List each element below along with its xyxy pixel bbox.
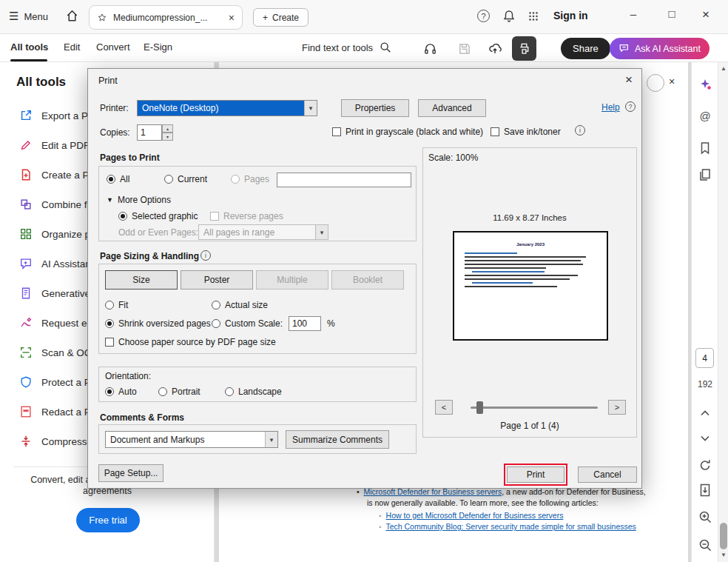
radio-current-page[interactable]: Current (164, 174, 207, 184)
find-close-icon[interactable]: × (669, 76, 675, 87)
custom-scale-input[interactable] (289, 316, 321, 331)
save-ink-checkbox[interactable]: Save ink/toner (491, 127, 561, 137)
generative-summary-icon (19, 287, 33, 300)
preview-slider-handle[interactable] (476, 401, 483, 414)
document-sub-link-2[interactable]: Tech Community Blog: Server security mad… (385, 522, 636, 531)
minimize-button[interactable]: – (623, 7, 644, 20)
help-question-icon[interactable]: ? (625, 101, 636, 112)
radio-selected-graphic[interactable]: Selected graphic (118, 211, 198, 221)
read-aloud-button[interactable] (419, 38, 441, 58)
notifications-bell-icon[interactable] (502, 9, 516, 24)
document-sub-link-1[interactable]: How to get Microsoft Defender for Busine… (386, 511, 564, 520)
radio-orientation-auto[interactable]: Auto (105, 387, 137, 397)
radio-custom-scale[interactable]: Custom Scale: (212, 318, 283, 329)
paper-source-checkbox[interactable]: Choose paper source by PDF page size (105, 337, 276, 347)
total-pages-label: 192 (692, 379, 718, 389)
tab-all-tools[interactable]: All tools (10, 41, 48, 53)
tab-convert[interactable]: Convert (96, 41, 130, 53)
help-link[interactable]: Help (601, 102, 620, 113)
create-tab-button[interactable]: + Create (253, 8, 309, 27)
pages-range-input[interactable] (277, 173, 411, 187)
free-trial-button[interactable]: Free trial (76, 508, 140, 532)
stepper-up-icon[interactable]: ▴ (162, 124, 173, 133)
combine-files-icon (19, 198, 33, 211)
radio-shrink-oversized[interactable]: Shrink oversized pages (105, 318, 211, 329)
orientation-title: Orientation: (105, 371, 151, 381)
odd-even-select[interactable]: All pages in range ▾ (198, 224, 328, 240)
radio-actual-size[interactable]: Actual size (212, 300, 268, 310)
vertical-scrollbar[interactable]: ▲ ▼ (718, 62, 728, 562)
radio-icon (118, 212, 127, 221)
dialog-close-icon[interactable]: × (625, 73, 633, 87)
preview-previous-icon[interactable]: < (435, 400, 453, 415)
radio-icon (158, 387, 167, 396)
zoom-out-icon[interactable] (698, 538, 712, 552)
radio-all-pages[interactable]: All (107, 174, 129, 184)
more-options-toggle[interactable]: ▼ More Options (107, 195, 171, 205)
export-pdf-icon (19, 109, 33, 122)
summarize-comments-button[interactable]: Summarize Comments (286, 430, 389, 449)
help-icon[interactable]: ? (477, 10, 490, 22)
share-button[interactable]: Share (561, 38, 610, 59)
current-page-input[interactable] (695, 348, 714, 368)
radio-pages-range[interactable]: Pages (231, 174, 269, 184)
copies-input[interactable] (137, 124, 162, 141)
tab-close-icon[interactable]: × (229, 12, 235, 24)
window-close-button[interactable]: × (695, 7, 716, 22)
preview-slider-track[interactable] (471, 407, 598, 409)
export-document-icon[interactable] (698, 483, 712, 498)
stepper-down-icon[interactable]: ▾ (162, 133, 173, 141)
info-icon[interactable]: i (200, 250, 211, 261)
radio-orientation-portrait[interactable]: Portrait (158, 387, 200, 397)
share-label: Share (573, 43, 599, 54)
page-setup-button[interactable]: Page Setup... (98, 464, 164, 482)
radio-orientation-landscape[interactable]: Landscape (225, 387, 282, 397)
booklet-button[interactable]: Booklet (331, 270, 404, 290)
rotate-refresh-icon[interactable] (698, 458, 712, 472)
home-button[interactable] (65, 9, 79, 23)
maximize-button[interactable]: □ (661, 7, 682, 20)
advanced-button[interactable]: Advanced (418, 99, 486, 117)
menu-button[interactable]: ☰ Menu (9, 10, 48, 23)
find-text-button[interactable]: Find text or tools (302, 41, 392, 54)
preview-next-icon[interactable]: > (608, 400, 626, 415)
printer-select[interactable]: OneNote (Desktop) ▾ (137, 100, 317, 116)
bookmarks-icon[interactable] (698, 141, 712, 155)
organize-pages-icon (19, 227, 33, 241)
poster-button[interactable]: Poster (181, 270, 253, 290)
app-switcher-icon[interactable] (527, 10, 540, 23)
preview-text-lines (465, 252, 596, 287)
tab-edit[interactable]: Edit (64, 41, 80, 53)
page-thumbnails-icon[interactable] (698, 167, 712, 182)
previous-page-chevron-up-icon[interactable] (698, 406, 712, 421)
size-button[interactable]: Size (105, 270, 178, 290)
scrollbar-thumb[interactable] (720, 523, 727, 549)
next-page-chevron-down-icon[interactable] (698, 431, 712, 446)
properties-button[interactable]: Properties (341, 99, 409, 117)
info-icon[interactable]: i (575, 125, 585, 136)
save-button[interactable] (453, 38, 475, 58)
print-button-toolbar[interactable] (512, 36, 536, 61)
grayscale-checkbox[interactable]: Print in grayscale (black and white) (332, 127, 483, 137)
star-icon[interactable] (97, 13, 107, 23)
checkbox-icon (332, 127, 341, 136)
scroll-down-icon[interactable]: ▼ (718, 552, 728, 558)
reverse-pages-checkbox[interactable]: Reverse pages (210, 211, 283, 221)
document-tab[interactable]: Mediumcompression_... × (89, 5, 243, 30)
sign-in-button[interactable]: Sign in (553, 10, 588, 21)
upload-cloud-button[interactable] (484, 38, 506, 58)
checkbox-icon (105, 338, 114, 347)
radio-icon (212, 301, 220, 310)
radio-fit[interactable]: Fit (105, 300, 128, 310)
mentions-at-icon[interactable]: @ (698, 110, 712, 124)
print-button[interactable]: Print (507, 466, 564, 483)
copies-stepper[interactable]: ▴ ▾ (162, 124, 173, 141)
multiple-button[interactable]: Multiple (256, 270, 328, 290)
cancel-button[interactable]: Cancel (578, 466, 637, 483)
ai-tools-icon[interactable] (698, 77, 712, 92)
scroll-up-icon[interactable]: ▲ (718, 65, 728, 72)
zoom-in-icon[interactable] (698, 509, 712, 524)
ask-ai-assistant-button[interactable]: Ask AI Assistant (610, 38, 710, 59)
comments-forms-select[interactable]: Document and Markups ▾ (105, 431, 278, 448)
tab-esign[interactable]: E-Sign (144, 41, 172, 53)
